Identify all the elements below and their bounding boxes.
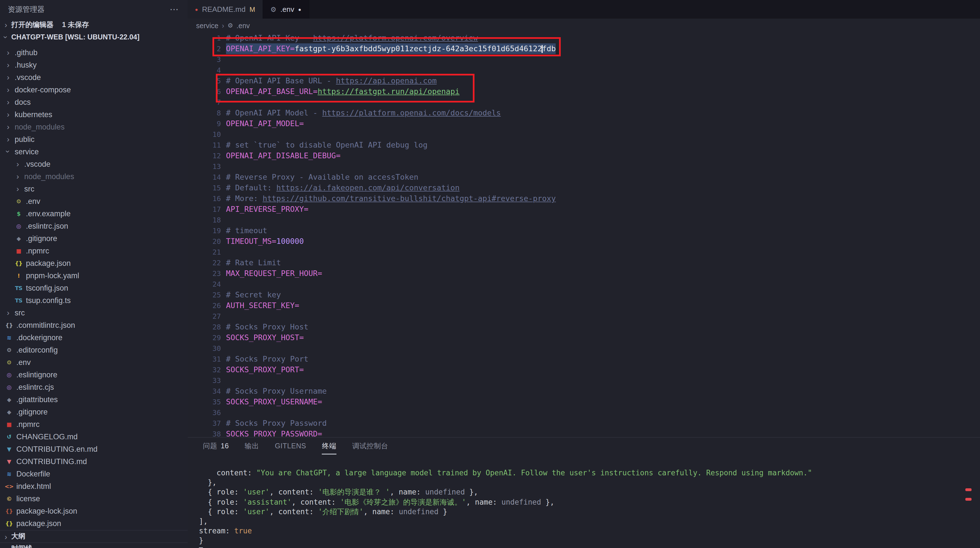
tree-item-label: .npmrc (16, 420, 40, 428)
editor-tab-bar: ● README.md M ⚙ .env ● (188, 0, 980, 19)
tree-file-.eslintignore[interactable]: ◎.eslintignore (0, 369, 188, 381)
line-number: 37 (188, 418, 221, 429)
tree-file-index.html[interactable]: <>index.html (0, 480, 188, 492)
tree-file-.gitattributes[interactable]: ◆.gitattributes (0, 393, 188, 405)
tree-file-.npmrc[interactable]: ■.npmrc (0, 245, 188, 257)
breadcrumb-service[interactable]: service (196, 22, 218, 30)
tree-item-label: tsup.config.ts (26, 296, 71, 304)
vscode-window: 资源管理器 ⋯ › 打开的编辑器 1 未保存 › CHATGPT-WEB [WS… (0, 0, 980, 548)
tree-file-.eslintrc.cjs[interactable]: ◎.eslintrc.cjs (0, 381, 188, 393)
line-number: 28 (188, 322, 221, 332)
more-actions-icon[interactable]: ⋯ (170, 4, 179, 15)
workspace-root-header[interactable]: › CHATGPT-WEB [WSL: UBUNTU-22.04] (0, 31, 188, 43)
line-number: 3 (188, 54, 221, 65)
tree-file-license[interactable]: ©license (0, 492, 188, 505)
tree-file-.dockerignore[interactable]: ≋.dockerignore (0, 331, 188, 343)
editorconfig-icon: ⚙ (5, 347, 14, 353)
explorer-sidebar: 资源管理器 ⋯ › 打开的编辑器 1 未保存 › CHATGPT-WEB [WS… (0, 0, 188, 548)
terminal-line: content: "You are ChatGPT, a large langu… (199, 468, 963, 478)
eslint-icon: ◎ (14, 223, 23, 229)
line-number: 27 (188, 311, 221, 322)
tree-file-CONTRIBUTING.md[interactable]: ▼CONTRIBUTING.md (0, 455, 188, 467)
tree-item-label: .npmrc (26, 246, 49, 255)
terminal[interactable]: content: "You are ChatGPT, a large langu… (199, 468, 963, 548)
tree-file-.env[interactable]: ⚙.env (0, 356, 188, 369)
code-line: 5# OpenAI API Base URL - https://api.ope… (188, 75, 980, 86)
tsconfig-icon: TS (14, 285, 23, 291)
tab-label: README.md (202, 5, 246, 14)
tree-file-package.json[interactable]: {}package.json (0, 257, 188, 269)
tree-folder-kubernetes[interactable]: ›kubernetes (0, 108, 188, 121)
breadcrumb-env[interactable]: .env (236, 22, 250, 30)
line-number: 36 (188, 407, 221, 418)
tree-folder-docker-compose[interactable]: ›docker-compose (0, 83, 188, 96)
open-editors-label: 打开的编辑器 (11, 20, 54, 30)
tree-file-Dockerfile[interactable]: ≋Dockerfile (0, 467, 188, 480)
tree-folder-.vscode[interactable]: ›.vscode (0, 158, 188, 170)
tree-file-pnpm-lock.yaml[interactable]: !pnpm-lock.yaml (0, 269, 188, 281)
panel-tab-label: GITLENS (275, 442, 306, 450)
tree-folder-src[interactable]: ›src (0, 183, 188, 195)
code-text: # Default: https://ai.fakeopen.com/api/c… (226, 183, 460, 193)
tree-folder-docs[interactable]: ›docs (0, 96, 188, 108)
tree-item-label: package-lock.json (16, 507, 77, 515)
tree-folder-service[interactable]: ›service (0, 145, 188, 158)
panel-tab-gitlens[interactable]: GITLENS (275, 438, 306, 454)
code-token: # OpenAI API Base URL - (226, 76, 336, 85)
panel-tab-output[interactable]: 输出 (245, 438, 259, 454)
line-number: 12 (188, 150, 221, 161)
tree-file-package-lock.json[interactable]: {}package-lock.json (0, 505, 188, 517)
tree-file-.npmrc[interactable]: ■.npmrc (0, 418, 188, 430)
editor-content[interactable]: 1# OpenAI API Key - https://platform.ope… (188, 33, 980, 437)
tree-folder-src[interactable]: ›src (0, 307, 188, 319)
tree-folder-.husky[interactable]: ›.husky (0, 59, 188, 71)
panel-tab-terminal[interactable]: 终端 (322, 438, 336, 454)
code-token: 100000 (277, 237, 304, 246)
code-text: # Reverse Proxy - Available on accessTok… (226, 172, 418, 183)
open-editors-header[interactable]: › 打开的编辑器 1 未保存 (0, 19, 188, 31)
tree-item-label: kubernetes (15, 110, 52, 119)
tree-file-CHANGELOG.md[interactable]: ↺CHANGELOG.md (0, 430, 188, 443)
tree-file-.editorconfig[interactable]: ⚙.editorconfig (0, 343, 188, 356)
tree-file-.env[interactable]: ⚙.env (0, 195, 188, 207)
code-text: # Socks Proxy Username (226, 386, 327, 397)
outline-header[interactable]: › 大纲 (0, 530, 188, 542)
tree-folder-node_modules[interactable]: ›node_modules (0, 121, 188, 133)
tree-file-tsup.config.ts[interactable]: TStsup.config.ts (0, 294, 188, 307)
tab-env[interactable]: ⚙ .env ● (263, 0, 309, 19)
terminal-line: } (199, 536, 963, 545)
json-icon: {} (14, 260, 23, 266)
tree-item-label: node_modules (24, 172, 74, 181)
code-line: 25# Secret key (188, 289, 980, 300)
tree-file-package.json[interactable]: {}package.json (0, 517, 188, 529)
tree-item-label: .gitignore (16, 407, 48, 416)
tree-folder-.github[interactable]: ›.github (0, 46, 188, 59)
terminal-token: , name: (466, 497, 501, 506)
tree-folder-node_modules[interactable]: ›node_modules (0, 170, 188, 183)
tree-folder-public[interactable]: ›public (0, 133, 188, 145)
line-number: 14 (188, 172, 221, 183)
line-number: 15 (188, 183, 221, 193)
timeline-header[interactable]: › 时间线 (0, 542, 188, 548)
code-text: # OpenAI API Base URL - https://api.open… (226, 75, 437, 86)
tab-readme[interactable]: ● README.md M (188, 0, 263, 19)
tree-file-.eslintrc.json[interactable]: ◎.eslintrc.json (0, 220, 188, 232)
panel-tab-debug-console[interactable]: 调试控制台 (352, 438, 388, 454)
panel-tab-problems[interactable]: 问题16 (203, 438, 229, 454)
chevron-right-icon: › (5, 308, 12, 317)
code-token: # OpenAI API Model - (226, 108, 322, 117)
tree-file-.gitignore[interactable]: ◆.gitignore (0, 405, 188, 418)
tree-file-tsconfig.json[interactable]: TStsconfig.json (0, 281, 188, 294)
tree-file-.gitignore[interactable]: ◆.gitignore (0, 232, 188, 245)
tree-file-.env.example[interactable]: $.env.example (0, 207, 188, 220)
tree-file-CONTRIBUTING.en.md[interactable]: ▼CONTRIBUTING.en.md (0, 443, 188, 455)
code-line: 23MAX_REQUEST_PER_HOUR= (188, 268, 980, 279)
docker-icon: ≋ (5, 334, 14, 340)
git-icon: ◆ (5, 396, 14, 402)
tree-file-.commitlintrc.json[interactable]: {}.commitlintrc.json (0, 319, 188, 331)
tree-item-label: CONTRIBUTING.en.md (16, 445, 97, 453)
code-line: 1# OpenAI API Key - https://platform.ope… (188, 33, 980, 43)
tree-folder-.vscode[interactable]: ›.vscode (0, 71, 188, 83)
terminal-token: }, (541, 497, 554, 506)
tree-item-label: service (15, 147, 39, 156)
